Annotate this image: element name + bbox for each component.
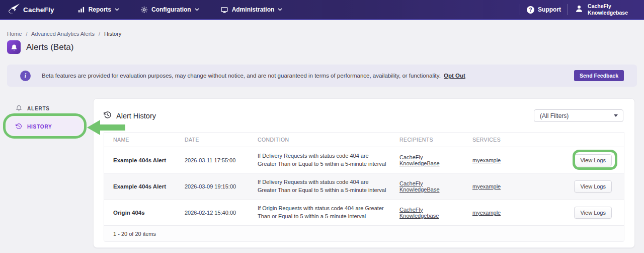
user-icon: [575, 4, 584, 15]
chevron-down-icon: [115, 8, 119, 11]
paper-plane-icon: [7, 3, 20, 17]
alert-actions: View Logs: [536, 207, 624, 219]
brand-name: CacheFly: [23, 6, 54, 14]
alert-recipients: CacheFly KnowledgeBase: [390, 154, 463, 166]
support-button[interactable]: ? Support: [527, 6, 561, 14]
nav-item-reports[interactable]: Reports: [77, 6, 119, 14]
alert-name: Example 404s Alert: [104, 183, 176, 189]
column-header-date: DATE: [176, 137, 249, 143]
page-title-row: Alerts (Beta): [7, 40, 73, 54]
history-icon: [16, 123, 22, 131]
opt-out-link[interactable]: Opt Out: [444, 73, 465, 79]
history-icon: [104, 111, 112, 120]
cachefly-logo[interactable]: CacheFly: [7, 3, 54, 17]
account-label: CacheFly Knowledgebase: [588, 3, 628, 16]
column-header-condition: CONDITION: [249, 137, 390, 143]
account-line1: CacheFly: [588, 3, 611, 9]
card-title: Alert History: [104, 111, 156, 120]
page-title: Alerts (Beta): [26, 42, 73, 52]
send-feedback-button[interactable]: Send Feedback: [574, 70, 624, 81]
card-header: Alert History (All Filters): [94, 99, 634, 132]
table-row: Example 404s Alert 2026-03-11 17:55:00 I…: [104, 147, 624, 173]
alert-services: myexample: [463, 210, 536, 216]
alert-name: Origin 404s: [104, 210, 176, 216]
alert-recipients: CacheFly KnowledgeBase: [390, 180, 463, 193]
question-circle-icon: ?: [527, 6, 534, 14]
column-header-services: SERVICES: [463, 137, 536, 143]
nav-right: ? Support CacheFly Knowledgebase: [520, 3, 644, 16]
table-row: Origin 404s 2026-02-12 15:40:00 If Origi…: [104, 200, 624, 226]
alert-name: Example 404s Alert: [104, 157, 176, 163]
recipient-link[interactable]: CacheFly Knowledgebase: [399, 207, 439, 219]
alerts-bell-icon: [7, 40, 21, 54]
recipient-link[interactable]: CacheFly KnowledgeBase: [399, 154, 440, 166]
breadcrumb-home[interactable]: Home: [7, 31, 22, 37]
banner-message: Beta features are provided for evaluatio…: [42, 73, 441, 79]
nav-menu: Reports Configuration: [77, 6, 283, 14]
beta-banner: i Beta features are provided for evaluat…: [7, 65, 637, 87]
service-link[interactable]: myexample: [472, 157, 501, 163]
chevron-down-icon: [278, 8, 282, 11]
sidebar-item-label: ALERTS: [27, 106, 50, 111]
sidebar-item-alerts[interactable]: ALERTS: [7, 101, 83, 115]
nav-item-label: Reports: [89, 6, 111, 13]
breadcrumb-history: History: [104, 31, 121, 37]
info-icon: i: [20, 71, 31, 81]
top-nav: CacheFly Reports Configu: [0, 0, 644, 20]
alert-services: myexample: [463, 157, 536, 163]
alert-history-table: NAME DATE CONDITION RECIPIENTS SERVICES …: [104, 132, 624, 242]
breadcrumb: Home / Advanced Analytics Alerts / Histo…: [7, 31, 121, 37]
service-link[interactable]: myexample: [472, 183, 501, 189]
pagination-summary: 1 - 20 of 20 items: [104, 226, 624, 241]
filters-dropdown[interactable]: (All Filters): [534, 109, 623, 122]
sidebar-item-history[interactable]: HISTORY: [7, 118, 83, 135]
alert-condition: If Delivery Requests with status code 40…: [249, 178, 390, 195]
table-header-row: NAME DATE CONDITION RECIPIENTS SERVICES: [104, 133, 624, 147]
alerts-sidebar: ALERTS HISTORY: [7, 101, 83, 135]
alert-services: myexample: [463, 183, 536, 189]
caret-down-icon: [614, 114, 618, 117]
filters-dropdown-value: (All Filters): [540, 112, 569, 119]
table-row: Example 404s Alert 2026-03-09 19:15:00 I…: [104, 173, 624, 200]
alert-actions: View Logs: [536, 154, 624, 166]
column-header-name: NAME: [104, 137, 176, 143]
bell-icon: [16, 105, 22, 112]
recipient-link[interactable]: CacheFly KnowledgeBase: [399, 180, 440, 193]
nav-item-administration[interactable]: Administration: [220, 6, 283, 14]
banner-text: Beta features are provided for evaluatio…: [42, 73, 465, 79]
breadcrumb-separator: /: [26, 31, 27, 37]
nav-divider: [568, 4, 568, 15]
account-menu[interactable]: CacheFly Knowledgebase: [575, 3, 628, 16]
nav-item-configuration[interactable]: Configuration: [140, 6, 199, 14]
support-label: Support: [538, 6, 561, 13]
nav-item-label: Administration: [232, 6, 275, 13]
alert-date: 2026-03-09 19:15:00: [176, 183, 249, 189]
gear-icon: [140, 6, 148, 14]
alert-date: 2026-03-11 17:55:00: [176, 157, 249, 163]
service-link[interactable]: myexample: [472, 210, 501, 216]
alert-date: 2026-02-12 15:40:00: [176, 210, 249, 216]
sidebar-item-label: HISTORY: [27, 124, 52, 130]
account-line2: Knowledgebase: [588, 10, 628, 16]
view-logs-button[interactable]: View Logs: [574, 180, 612, 193]
view-logs-button[interactable]: View Logs: [574, 207, 612, 219]
nav-divider: [520, 4, 520, 15]
alert-condition: If Origin Requests with status code 404 …: [249, 205, 390, 221]
breadcrumb-separator: /: [99, 31, 100, 37]
monitor-icon: [220, 6, 228, 14]
column-header-recipients: RECIPIENTS: [390, 137, 463, 143]
bar-chart-icon: [77, 6, 85, 14]
chevron-down-icon: [195, 8, 199, 11]
alert-recipients: CacheFly Knowledgebase: [390, 207, 463, 219]
view-logs-button[interactable]: View Logs: [574, 154, 612, 166]
breadcrumb-advanced-analytics-alerts[interactable]: Advanced Analytics Alerts: [31, 31, 95, 37]
alert-actions: View Logs: [536, 180, 624, 193]
card-title-label: Alert History: [116, 112, 156, 120]
nav-item-label: Configuration: [151, 6, 191, 13]
alert-condition: If Delivery Requests with status code 40…: [249, 152, 390, 168]
alert-history-card: Alert History (All Filters) NAME DATE CO…: [93, 98, 635, 248]
